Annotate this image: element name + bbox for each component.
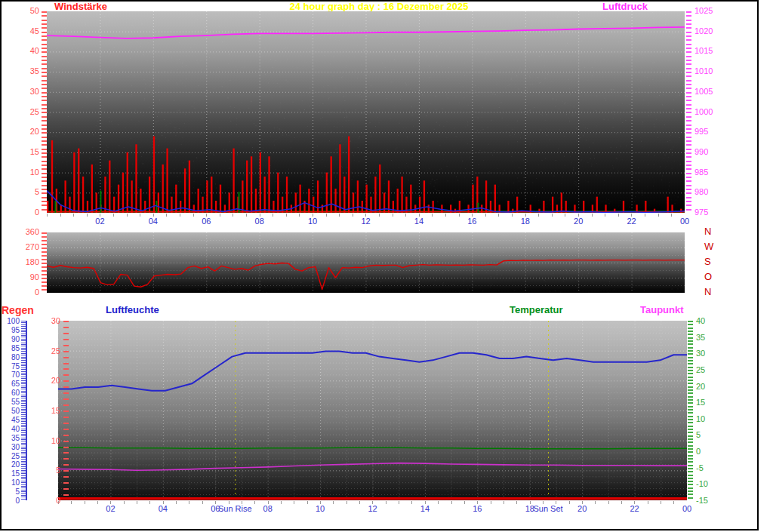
bottom-x-hour-label: 20 (573, 504, 591, 513)
pressure-axis-tick-label: 1010 (694, 66, 713, 75)
pressure-axis-tick-label: 975 (694, 208, 708, 217)
temp-axis-tick-label: 30 (696, 349, 705, 358)
wind-axis-tick-label: 30 (14, 87, 39, 96)
direction-axis-tick-marks (42, 232, 47, 293)
wind-axis-tick-label: 50 (14, 6, 39, 15)
humidity-temperature-chart-canvas (58, 321, 687, 500)
rain-axis-tick-label: 30 (44, 316, 60, 325)
top-x-hour-label: 16 (463, 217, 481, 226)
humidity-axis-tick-label: 85 (3, 344, 20, 353)
top-x-hour-label: 06 (197, 217, 215, 226)
compass-direction-label: N (704, 227, 711, 236)
pressure-axis-tick-label: 980 (694, 187, 708, 196)
temp-axis-tick-label: -15 (696, 496, 708, 505)
rain-axis-tick-marks (63, 321, 69, 500)
wind-axis-tick-label: 25 (14, 107, 39, 116)
humidity-axis-tick-label: 50 (3, 407, 20, 416)
temp-axis-tick-label: -5 (696, 463, 704, 472)
humidity-axis-tick-label: 55 (3, 398, 20, 407)
temp-axis-tick-label: -10 (696, 479, 708, 488)
humidity-axis-tick-label: 0 (3, 497, 20, 506)
temp-axis-tick-label: 20 (696, 382, 705, 391)
temperature-label: Temperatur (510, 304, 563, 315)
humidity-axis-tick-label: 30 (3, 443, 20, 452)
temp-axis-tick-label: 40 (696, 316, 705, 325)
bottom-x-hour-label: 14 (416, 504, 434, 513)
bottom-x-hour-label: 16 (468, 504, 486, 513)
direction-axis-tick-label: 0 (14, 288, 39, 297)
rain-axis-tick-label: 5 (44, 466, 60, 475)
bottom-x-hour-label: 00 (678, 504, 696, 513)
top-x-hour-label: 04 (144, 217, 162, 226)
humidity-axis-tick-label: 65 (3, 380, 20, 389)
humidity-axis-tick-label: 5 (3, 487, 20, 497)
temp-axis-tick-label: 0 (696, 447, 701, 456)
top-x-hour-label: 10 (303, 217, 322, 226)
bottom-x-hour-label: 04 (154, 504, 172, 513)
rain-axis-tick-label: 10 (44, 436, 60, 445)
direction-axis-tick-label: 180 (14, 257, 39, 266)
pressure-axis-tick-label: 1015 (694, 46, 713, 55)
pressure-axis-tick-label: 1020 (694, 26, 713, 35)
temp-axis-tick-label: 15 (696, 398, 705, 407)
humidity-axis-tick-label: 90 (3, 335, 20, 344)
humidity-label: Luftfeuchte (106, 304, 159, 315)
temp-axis-tick-label: 35 (696, 333, 705, 342)
sun-rise-label: Sun Rise (215, 504, 254, 513)
pressure-axis-tick-label: 1025 (694, 6, 713, 15)
top-x-hour-label: 22 (623, 217, 641, 226)
pressure-label: Luftdruck (602, 1, 648, 12)
wind-axis-tick-label: 0 (14, 208, 39, 217)
rain-label: Regen (2, 304, 34, 316)
pressure-axis-tick-label: 995 (694, 127, 708, 136)
top-x-hour-label: 02 (91, 217, 109, 226)
humidity-axis-tick-label: 25 (3, 452, 20, 461)
wind-pressure-chart-canvas (47, 11, 685, 213)
bottom-x-hour-label: 22 (626, 504, 644, 513)
temp-axis-tick-marks (688, 321, 693, 500)
direction-axis-tick-label: 270 (14, 242, 39, 251)
temp-axis-tick-label: 10 (696, 414, 705, 423)
bottom-x-hour-label: 12 (364, 504, 382, 513)
humidity-axis-tick-label: 20 (3, 460, 20, 469)
rain-axis-tick-label: 20 (44, 376, 60, 385)
rain-axis-tick-label: 15 (44, 406, 60, 415)
humidity-axis-tick-marks (21, 321, 27, 500)
pressure-axis-tick-label: 985 (694, 168, 708, 177)
temp-axis-tick-label: 25 (696, 365, 705, 374)
humidity-axis-tick-label: 40 (3, 425, 20, 434)
compass-direction-label: N (704, 288, 711, 297)
compass-direction-label: S (704, 257, 711, 266)
wind-axis-tick-label: 5 (14, 187, 39, 196)
pressure-axis-tick-marks (686, 11, 691, 213)
humidity-axis-tick-label: 60 (3, 389, 20, 398)
direction-axis-tick-label: 90 (14, 272, 39, 281)
wind-axis-tick-marks (42, 11, 47, 213)
rain-axis-tick-label: 25 (44, 346, 60, 355)
humidity-axis-tick-label: 80 (3, 353, 20, 362)
bottom-x-hour-label: 02 (101, 504, 119, 513)
bottom-x-hour-label: 10 (311, 504, 329, 513)
top-x-hour-label: 20 (569, 217, 587, 226)
wind-axis-tick-label: 40 (14, 46, 39, 55)
wind-axis-tick-label: 15 (14, 147, 39, 156)
top-x-hour-label: 12 (357, 217, 375, 226)
top-x-hour-label: 14 (410, 217, 428, 226)
compass-direction-label: O (704, 272, 712, 281)
bottom-x-hour-label: 08 (259, 504, 277, 513)
humidity-axis-tick-label: 70 (3, 371, 20, 380)
humidity-axis-tick-label: 100 (3, 317, 20, 326)
rain-axis-tick-label: 0 (44, 496, 60, 505)
sun-set-label: Sun Set (528, 504, 568, 513)
wind-axis-tick-label: 35 (14, 66, 39, 75)
pressure-axis-tick-label: 1000 (694, 107, 713, 116)
wind-axis-tick-label: 45 (14, 26, 39, 35)
wind-axis-tick-label: 20 (14, 127, 39, 136)
humidity-axis-tick-label: 35 (3, 434, 20, 443)
wind-axis-tick-label: 10 (14, 168, 39, 177)
humidity-axis-tick-label: 15 (3, 469, 20, 478)
weather-24h-graph-page: Windstärke 24 hour graph day : 16 Dezemb… (0, 0, 773, 532)
top-x-hour-label: 18 (516, 217, 534, 226)
pressure-axis-tick-label: 1005 (694, 87, 713, 96)
compass-direction-label: W (704, 242, 713, 251)
